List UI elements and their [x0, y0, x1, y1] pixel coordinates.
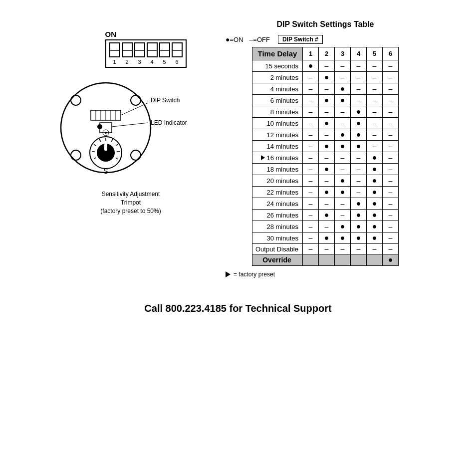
svg-line-23	[99, 139, 101, 142]
table-row: 28 minutes––●●●–	[252, 221, 399, 232]
switch-value-cell: –	[383, 175, 399, 187]
switch-value-cell: ●	[351, 129, 367, 141]
switch-value-cell: –	[303, 187, 319, 198]
switch-value-cell: –	[351, 83, 367, 95]
off-text: =OFF	[253, 36, 270, 43]
switch-value-cell: –	[383, 164, 399, 175]
switch-value-cell: ●	[367, 175, 383, 187]
switch-value-cell: –	[319, 106, 335, 118]
table-row: 24 minutes–––●●–	[252, 198, 399, 210]
col-header-5: 5	[367, 47, 383, 60]
factory-preset-marker	[261, 155, 265, 160]
table-row: 20 minutes––●–●–	[252, 175, 399, 187]
switch-value-cell: –	[367, 83, 383, 95]
switch-value-cell: ●	[335, 129, 351, 141]
switch-value-cell: ●	[367, 210, 383, 221]
switch-value-cell: –	[367, 244, 383, 254]
switch-value-cell: –	[303, 175, 319, 187]
switch-value-cell: ●	[367, 164, 383, 175]
switch-value-cell: ●	[303, 60, 319, 72]
col-header-2: 2	[319, 47, 335, 60]
switch-value-cell: –	[319, 60, 335, 72]
time-delay-cell: 22 minutes	[252, 187, 303, 198]
switch-value-cell: –	[303, 129, 319, 141]
time-delay-cell: 30 minutes	[252, 232, 303, 244]
switch-value-cell: ●	[351, 232, 367, 244]
switch-value-cell: –	[335, 198, 351, 210]
factory-preset-note: = factory preset	[226, 271, 275, 278]
dip-unit-6	[172, 42, 183, 57]
switch-value-cell: –	[303, 95, 319, 106]
page-container: ON 1 2 3 4 5	[0, 0, 476, 451]
switch-value-cell: –	[319, 175, 335, 187]
table-row: 15 seconds●–––––	[252, 60, 399, 72]
content-row: ON 1 2 3 4 5	[10, 20, 466, 278]
time-delay-cell: 18 minutes	[252, 164, 303, 175]
circle-diagram-container: S DIP Switch LED Indicator	[51, 73, 211, 188]
switch-value-cell: –	[383, 141, 399, 152]
switch-value-cell: ●	[319, 164, 335, 175]
switch-value-cell: –	[367, 95, 383, 106]
table-row: 16 minutes––––●–	[252, 152, 399, 164]
time-delay-cell: Output Disable	[252, 244, 303, 254]
time-delay-cell: 4 minutes	[252, 83, 303, 95]
table-row: 10 minutes–●–●––	[252, 118, 399, 129]
table-row: 8 minutes–––●––	[252, 106, 399, 118]
col-header-3: 3	[335, 47, 351, 60]
svg-text:S: S	[103, 167, 108, 175]
switch-value-cell: –	[383, 152, 399, 164]
on-symbol: ●	[226, 35, 230, 43]
switch-value-cell: –	[383, 210, 399, 221]
time-delay-cell: 14 minutes	[252, 141, 303, 152]
switch-value-cell: ●	[351, 118, 367, 129]
switch-value-cell: ●	[335, 83, 351, 95]
switch-value-cell: –	[383, 118, 399, 129]
svg-line-16	[112, 123, 148, 127]
dip-on-label: ON	[105, 30, 117, 38]
switch-value-cell: –	[319, 129, 335, 141]
svg-line-22	[116, 158, 118, 159]
time-delay-cell: 12 minutes	[252, 129, 303, 141]
switch-value-cell: –	[367, 106, 383, 118]
switch-value-cell: –	[383, 244, 399, 254]
switch-value-cell: ●	[351, 198, 367, 210]
dip-switch-number-header: DIP Switch #	[278, 35, 323, 44]
switch-value-cell: –	[303, 164, 319, 175]
svg-line-24	[94, 144, 96, 146]
switch-value-cell	[319, 254, 335, 266]
switch-value-cell: –	[383, 72, 399, 83]
led-label: LED Indicator	[151, 118, 187, 127]
switch-value-cell: –	[303, 141, 319, 152]
switch-value-cell: –	[335, 106, 351, 118]
switch-value-cell: ●	[319, 118, 335, 129]
switch-value-cell: –	[319, 83, 335, 95]
switch-value-cell: –	[351, 95, 367, 106]
switch-value-cell: –	[319, 198, 335, 210]
switch-value-cell: –	[351, 164, 367, 175]
time-delay-header: Time Delay	[252, 47, 303, 60]
factory-preset-text: = factory preset	[234, 271, 275, 278]
switch-value-cell: –	[319, 152, 335, 164]
switch-value-cell: ●	[351, 141, 367, 152]
switch-value-cell: –	[335, 152, 351, 164]
table-row: 4 minutes––●–––	[252, 83, 399, 95]
switch-value-cell: –	[303, 210, 319, 221]
time-delay-cell: 16 minutes	[252, 152, 303, 164]
switch-value-cell	[303, 254, 319, 266]
dip-switches-row	[109, 42, 183, 57]
time-delay-cell: 10 minutes	[252, 118, 303, 129]
switch-value-cell: –	[367, 118, 383, 129]
dip-unit-3	[134, 42, 145, 57]
switch-value-cell: ●	[351, 210, 367, 221]
dip-unit-5	[159, 42, 170, 57]
switch-value-cell: –	[351, 175, 367, 187]
svg-line-20	[116, 144, 118, 146]
switch-value-cell: –	[351, 60, 367, 72]
switch-value-cell: ●	[383, 254, 399, 266]
switch-value-cell: –	[367, 129, 383, 141]
switch-value-cell: –	[383, 95, 399, 106]
table-row: 6 minutes–●●–––	[252, 95, 399, 106]
diagram-section: ON 1 2 3 4 5	[51, 30, 211, 215]
dip-box: 1 2 3 4 5 6	[105, 39, 187, 68]
switch-value-cell: –	[351, 187, 367, 198]
